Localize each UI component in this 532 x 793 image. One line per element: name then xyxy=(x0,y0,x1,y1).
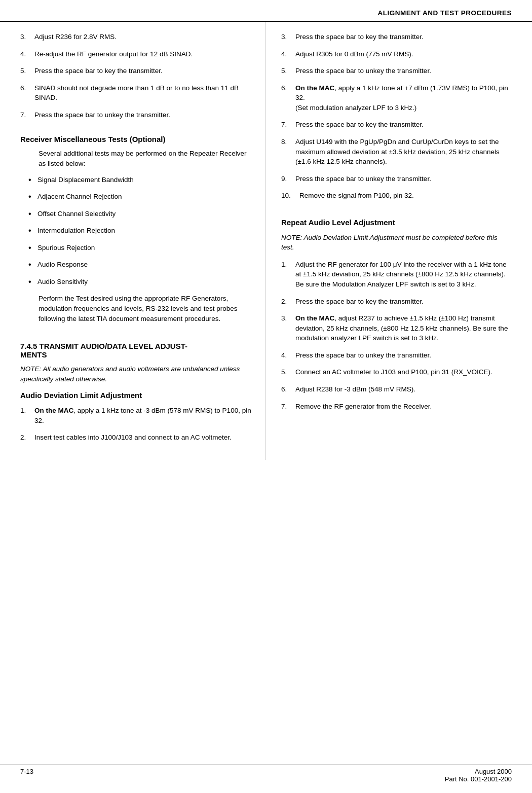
right-item-6: 6. On the MAC, apply a 1 kHz tone at +7 … xyxy=(281,83,512,113)
item-body: Press the space bar to key the transmitt… xyxy=(295,32,512,42)
section4-item-5: 5. Connect an AC voltmeter to J103 and P… xyxy=(281,367,512,377)
bullet-dot: • xyxy=(28,260,37,270)
bold-mac: On the MAC xyxy=(34,407,73,414)
bullet-text: Offset Channel Selectivity xyxy=(37,209,116,219)
bullet-dot: • xyxy=(28,192,37,202)
left-item-7: 7. Press the space bar to unkey the tran… xyxy=(20,110,255,120)
section4-heading: Repeat Audio Level Adjustment xyxy=(281,218,512,227)
bullet-dot: • xyxy=(28,209,37,219)
item-num: 9. xyxy=(281,174,295,184)
item-num: 5. xyxy=(20,66,34,76)
section1-heading: Receiver Miscellaneous Tests (Optional) xyxy=(20,135,255,143)
section4-note: NOTE: Audio Deviation Limit Adjustment m… xyxy=(281,233,512,253)
item-num: 6. xyxy=(281,83,295,113)
right-item-9: 9. Press the space bar to unkey the tran… xyxy=(281,174,512,184)
item-num: 1. xyxy=(20,406,34,425)
right-item-5: 5. Press the space bar to unkey the tran… xyxy=(281,66,512,76)
item-body: Connect an AC voltmeter to J103 and P100… xyxy=(295,367,512,377)
bullet-text: Audio Sensitivity xyxy=(37,277,88,287)
bullet-dot: • xyxy=(28,243,37,253)
item-body: Press the space bar to key the transmitt… xyxy=(295,297,512,307)
bullet-text: Intermodulation Rejection xyxy=(37,226,115,236)
header-title: ALIGNMENT AND TEST PROCEDURES xyxy=(377,9,512,17)
section1-footer: Perform the Test desired using the appro… xyxy=(39,294,255,323)
item-body: Insert test cables into J100/J103 and co… xyxy=(34,432,255,443)
item-num: 4. xyxy=(281,49,295,59)
bullet-1: • Signal Displacement Bandwidth xyxy=(28,175,255,185)
bold-mac: On the MAC xyxy=(295,314,334,322)
page-footer: 7-13 August 2000 Part No. 001-2001-200 xyxy=(0,764,532,783)
footer-right: August 2000 Part No. 001-2001-200 xyxy=(445,768,512,783)
bullet-3: • Offset Channel Selectivity xyxy=(28,209,255,219)
item-num: 8. xyxy=(281,137,295,167)
item-body: On the MAC, apply a 1 kHz tone at -3 dBm… xyxy=(34,406,255,425)
item-body: Press the space bar to key the transmitt… xyxy=(295,120,512,130)
item-num: 2. xyxy=(20,432,34,443)
footer-page-num: 7-13 xyxy=(20,768,33,783)
bullet-text: Audio Response xyxy=(37,260,88,270)
right-column: 3. Press the space bar to key the transm… xyxy=(266,22,532,460)
right-item-8: 8. Adjust U149 with the PgUp/PgDn and Cu… xyxy=(281,137,512,167)
bullet-text: Adjacent Channel Rejection xyxy=(37,192,122,202)
item-body: Press the space bar to unkey the transmi… xyxy=(34,110,255,120)
item-num: 4. xyxy=(20,49,34,59)
item-num: 7. xyxy=(20,110,34,120)
item-body: Press the space bar to key the transmitt… xyxy=(34,66,255,76)
right-item-4: 4. Adjust R305 for 0 dBm (775 mV RMS). xyxy=(281,49,512,59)
right-item-7: 7. Press the space bar to key the transm… xyxy=(281,120,512,130)
item-num: 7. xyxy=(281,120,295,130)
bullet-text: Signal Displacement Bandwidth xyxy=(37,175,134,185)
bullet-2: • Adjacent Channel Rejection xyxy=(28,192,255,202)
section4-item-4: 4. Press the space bar to unkey the tran… xyxy=(281,350,512,361)
left-item-3: 3. Adjust R236 for 2.8V RMS. xyxy=(20,32,255,42)
footer-date: August 2000 xyxy=(445,768,512,775)
bullet-7: • Audio Sensitivity xyxy=(28,277,255,287)
section3-item-2: 2. Insert test cables into J100/J103 and… xyxy=(20,432,255,443)
right-item-10: 10. Remove the signal from P100, pin 32. xyxy=(281,191,512,201)
item-num: 4. xyxy=(281,350,295,361)
item-body: Adjust R305 for 0 dBm (775 mV RMS). xyxy=(295,49,512,59)
bullet-text: Spurious Rejection xyxy=(37,243,95,253)
bullet-dot: • xyxy=(28,226,37,236)
bullet-5: • Spurious Rejection xyxy=(28,243,255,253)
left-item-4: 4. Re-adjust the RF generator output for… xyxy=(20,49,255,59)
item-num: 7. xyxy=(281,402,295,412)
item-body: Remove the signal from P100, pin 32. xyxy=(299,191,414,201)
item-body: Press the space bar to unkey the transmi… xyxy=(295,350,512,361)
item-num: 5. xyxy=(281,66,295,76)
left-column: 3. Adjust R236 for 2.8V RMS. 4. Re-adjus… xyxy=(0,22,266,460)
item-num: 1. xyxy=(281,260,295,290)
item-body: Re-adjust the RF generator output for 12… xyxy=(34,49,255,59)
item-body: Press the space bar to unkey the transmi… xyxy=(295,174,512,184)
left-item-5: 5. Press the space bar to key the transm… xyxy=(20,66,255,76)
section4-item-3: 3. On the MAC, adjust R237 to achieve ±1… xyxy=(281,313,512,343)
item-body: Adjust U149 with the PgUp/PgDn and CurUp… xyxy=(295,137,512,167)
left-top-items: 3. Adjust R236 for 2.8V RMS. 4. Re-adjus… xyxy=(20,32,255,120)
item-num: 2. xyxy=(281,297,295,307)
section4-item-2: 2. Press the space bar to key the transm… xyxy=(281,297,512,307)
item-num: 6. xyxy=(20,83,34,103)
item-num: 3. xyxy=(281,32,295,42)
item-body: SINAD should not degrade more than 1 dB … xyxy=(34,83,255,103)
page-header: ALIGNMENT AND TEST PROCEDURES xyxy=(0,0,532,22)
bold-mac: On the MAC xyxy=(295,84,334,92)
bullet-list: • Signal Displacement Bandwidth • Adjace… xyxy=(20,175,255,287)
footer-part-no: Part No. 001-2001-200 xyxy=(445,775,512,783)
item-body: Adjust R238 for -3 dBm (548 mV RMS). xyxy=(295,384,512,394)
main-content: 3. Adjust R236 for 2.8V RMS. 4. Re-adjus… xyxy=(0,22,532,460)
item-body: On the MAC, apply a 1 kHz tone at +7 dBm… xyxy=(295,83,512,113)
item-body: Adjust R236 for 2.8V RMS. xyxy=(34,32,255,42)
item-body: Press the space bar to unkey the transmi… xyxy=(295,66,512,76)
section3-heading: Audio Deviation Limit Adjustment xyxy=(20,391,255,400)
page: ALIGNMENT AND TEST PROCEDURES 3. Adjust … xyxy=(0,0,532,793)
item-body: Remove the RF generator from the Receive… xyxy=(295,402,512,412)
section2-heading: 7.4.5 TRANSMIT AUDIO/DATA LEVEL ADJUST- … xyxy=(20,342,255,359)
section4-item-1: 1. Adjust the RF generator for 100 μV in… xyxy=(281,260,512,290)
section1-intro: Several additional tests may be performe… xyxy=(39,149,255,168)
left-item-6: 6. SINAD should not degrade more than 1 … xyxy=(20,83,255,103)
right-item-3: 3. Press the space bar to key the transm… xyxy=(281,32,512,42)
bullet-dot: • xyxy=(28,175,37,185)
bullet-4: • Intermodulation Rejection xyxy=(28,226,255,236)
item-num: 3. xyxy=(281,313,295,343)
section4-item-6: 6. Adjust R238 for -3 dBm (548 mV RMS). xyxy=(281,384,512,394)
